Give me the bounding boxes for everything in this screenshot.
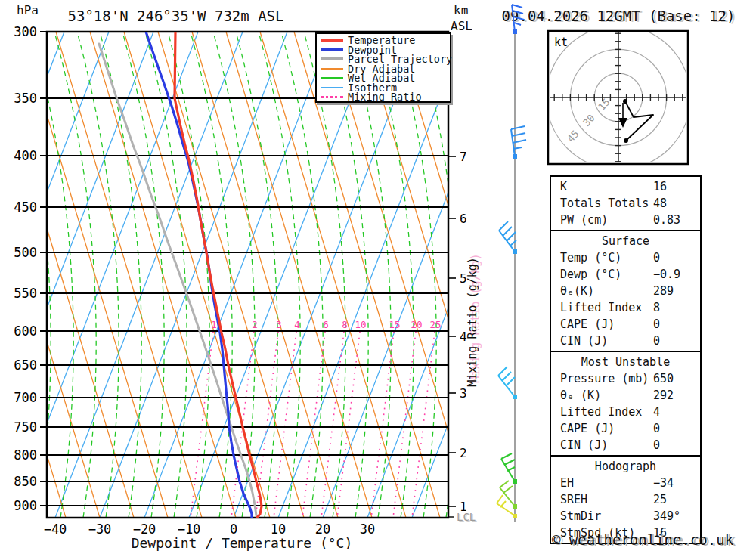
panel-row-label: Lifted Index [560, 405, 642, 419]
legend-item-label: Mixing Ratio [348, 91, 422, 103]
panel-row-value: 349° [653, 508, 680, 525]
wind-barb-segment [497, 495, 503, 503]
pressure-tick-label: 400 [14, 148, 37, 163]
wet-adiabat-line [281, 32, 323, 518]
isotherm-legend-swatch [321, 87, 343, 88]
pressure-tick-label: 700 [14, 390, 37, 405]
panel-row-label: Dewp (°C) [560, 268, 621, 281]
temp-tick-label: −20 [133, 522, 156, 537]
pressure-tick-label: 500 [14, 245, 37, 260]
panel-row: Lifted Index8 [551, 299, 700, 316]
wind-barb-segment [514, 23, 521, 25]
panel-row: CAPE (J)0 [551, 420, 700, 437]
wet-adiabat-line [168, 32, 209, 518]
hodograph-trace-dot [623, 99, 627, 104]
isotherm-line [278, 32, 466, 518]
wind-barb-base-dot [513, 29, 517, 34]
wet-adiabat-legend-swatch [321, 77, 343, 79]
panel-section: SurfaceTemp (°C)0Dewp (°C)−0.9θₑ(K)289Li… [550, 230, 702, 352]
panel-row-label: CIN (J) [560, 438, 608, 452]
wind-barb-base-dot [513, 249, 517, 254]
panel-section-title: Hodograph [551, 458, 700, 475]
wind-barb-segment [513, 11, 523, 14]
wind-barb-base-dot [513, 154, 517, 159]
panel-row-value: 650 [653, 370, 674, 387]
panel-row-label: Pressure (mb) [560, 372, 649, 385]
isotherm-line [100, 32, 287, 518]
temp-tick-label: −30 [88, 522, 112, 537]
dewpoint-curve [146, 32, 252, 520]
dry-adiabat-legend-swatch [321, 68, 343, 70]
panel-row-value: 0 [653, 249, 660, 266]
wind-barb-segment [507, 467, 515, 471]
wind-barb-segment [503, 227, 512, 236]
temp-tick-label: 30 [360, 522, 375, 537]
mixing-ratio-value-label: 8 [342, 319, 348, 330]
isotherm-line [234, 32, 421, 518]
mixing-ratio-legend-swatch [321, 96, 343, 98]
storm-motion-arrow-head [618, 118, 627, 128]
temp-tick-label: 10 [271, 522, 286, 537]
mixing-ratio-value-label: 3 [276, 319, 282, 330]
hodograph-unit-label: kt [554, 36, 568, 49]
panel-row-value: 0 [653, 420, 660, 437]
wind-barb-segment [498, 367, 507, 376]
mixing-ratio-value-label: 15 [389, 319, 400, 330]
panel-row-value: 0 [653, 437, 660, 453]
panel-row-label: Temp (°C) [560, 251, 621, 265]
panel-row-value: 16 [653, 178, 667, 195]
panel-row-value: 292 [653, 387, 674, 404]
parcel-trajectory-legend-swatch [321, 57, 343, 60]
isotherm-line [323, 32, 510, 518]
panel-row: Temp (°C)0 [551, 249, 700, 266]
wind-barb-segment [502, 372, 511, 381]
panel-row-label: CIN (J) [560, 334, 608, 348]
pressure-tick-label: 900 [14, 498, 37, 513]
panel-section: K16Totals Totals48PW (cm)0.83 [550, 175, 702, 231]
panel-row-value: 289 [653, 283, 674, 299]
pressure-tick-label: 550 [14, 286, 37, 301]
mixing-ratio-value-label: 1 [211, 319, 217, 330]
panel-row-value: 4 [653, 404, 660, 420]
hodograph-trace-dot [624, 138, 628, 143]
wind-barb-base-dot [513, 504, 517, 509]
copyright-text: © weatheronline.co.uk [529, 531, 756, 548]
hodograph-ring-label: 30 [581, 112, 597, 128]
mixing-ratio-value-label: 20 [411, 319, 422, 330]
km-tick-label: 2 [460, 446, 467, 460]
panel-row: CAPE (J)0 [551, 316, 700, 333]
isotherm-line [189, 32, 376, 518]
km-tick-label: 6 [460, 212, 467, 226]
panel-row: Pressure (mb)650 [551, 370, 700, 387]
panel-section: Most UnstablePressure (mb)650θₑ (K)292Li… [550, 351, 702, 457]
wind-barb-segment [500, 501, 506, 507]
legend-item: Mixing Ratio [317, 92, 450, 102]
lcl-marker-label: LCL [457, 511, 476, 523]
panel-row-label: Lifted Index [560, 301, 642, 314]
wind-barb-segment [500, 481, 509, 487]
panel-row: Lifted Index4 [551, 404, 700, 420]
wet-adiabat-line [417, 32, 459, 518]
panel-row-value: −0.9 [653, 266, 680, 283]
wind-barb-base-dot [513, 479, 517, 484]
x-axis-title: Dewpoint / Temperature (°C) [91, 535, 393, 551]
wet-adiabat-line [32, 32, 73, 518]
wind-barb [512, 5, 524, 34]
pressure-tick-label: 800 [14, 447, 37, 463]
panel-row-label: K [560, 180, 567, 193]
panel-row: CIN (J)0 [551, 333, 700, 349]
isotherm-line [55, 32, 243, 518]
pressure-tick-label: 750 [14, 419, 37, 435]
panel-row-value: −34 [653, 475, 674, 491]
panel-row: Dewp (°C)−0.9 [551, 266, 700, 283]
wind-barb-base-dot [513, 514, 517, 518]
panel-row-label: StmDir [560, 509, 601, 523]
wind-barb-segment [512, 5, 515, 32]
wind-barb-segment [501, 453, 512, 459]
indices-panel: K16Totals Totals48PW (cm)0.83SurfaceTemp… [550, 175, 702, 544]
mixing-ratio-line [371, 332, 394, 518]
dewpoint-legend-swatch [321, 48, 343, 51]
temp-tick-label: −10 [178, 522, 201, 537]
pressure-tick-label: 350 [14, 91, 37, 106]
wind-barb-segment [512, 133, 525, 136]
